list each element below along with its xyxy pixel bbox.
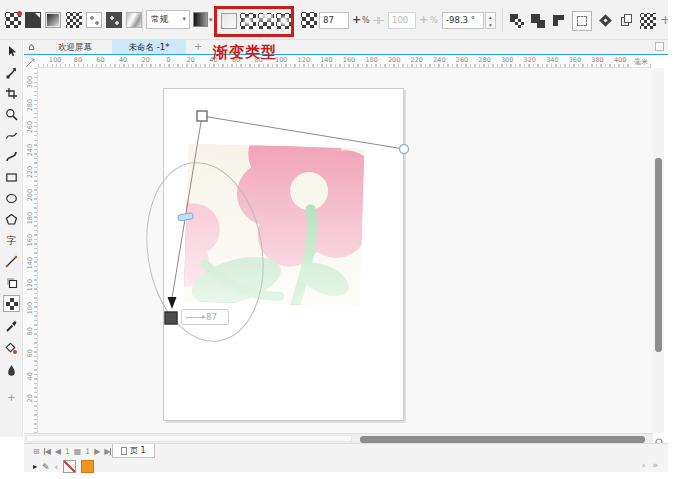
- drop-shadow-tool[interactable]: [3, 274, 20, 291]
- page-icon: [121, 447, 127, 455]
- previous-page-button[interactable]: ◀: [55, 448, 61, 456]
- ruler-number: 160: [338, 56, 361, 64]
- page-icon: [624, 14, 632, 23]
- transparency-stepper-icon[interactable]: +: [352, 13, 361, 26]
- ruler-number: 200: [383, 56, 406, 64]
- outline-no-fill-swatch[interactable]: [63, 460, 76, 473]
- separator: [502, 8, 503, 32]
- fill-rotation-input[interactable]: -98.3 °: [442, 12, 484, 29]
- gradient-preview-swatch[interactable]: [193, 12, 208, 27]
- status-bar-more-chevrons[interactable]: › »: [642, 460, 660, 470]
- color-eyedropper-tool[interactable]: [3, 318, 20, 335]
- crop-tool[interactable]: [3, 85, 20, 102]
- interactive-fill-tool[interactable]: [3, 295, 20, 312]
- ruler-number: 240: [428, 56, 451, 64]
- attributes-eyedropper-tool[interactable]: [3, 362, 20, 379]
- gradient-edge-node[interactable]: [400, 145, 409, 154]
- fill-style-dropdown[interactable]: 常规 ▾: [146, 10, 190, 29]
- texture-fill-icon[interactable]: [126, 12, 142, 28]
- freehand-tool[interactable]: [3, 127, 20, 144]
- edit-fill-icon[interactable]: [5, 12, 21, 28]
- position-stepper-icon: +: [419, 13, 428, 26]
- zoom-to-fit-button[interactable]: [654, 433, 667, 443]
- pattern-fill-icon[interactable]: [66, 12, 82, 28]
- home-icon[interactable]: ⌂: [28, 41, 34, 52]
- slider-knob: [377, 17, 380, 24]
- ruler-number: 120: [293, 56, 316, 64]
- add-tool-button[interactable]: +: [3, 389, 20, 406]
- tab-bar-options-icon[interactable]: [655, 42, 664, 51]
- spinner-down-icon[interactable]: ▾: [486, 21, 495, 29]
- eyedropper-icon: [5, 320, 18, 333]
- page-selector-icon[interactable]: ▦: [74, 448, 82, 456]
- new-document-tab-button[interactable]: +: [194, 41, 202, 52]
- page-1-tab[interactable]: 页 1: [112, 444, 155, 458]
- gradient-start-node[interactable]: [197, 111, 207, 121]
- eyedropper-icon[interactable]: ✎: [42, 462, 50, 472]
- copy-fill-icon[interactable]: [619, 13, 635, 29]
- horizontal-scrollbar-thumb[interactable]: [360, 436, 645, 443]
- first-page-button[interactable]: ◀: [44, 448, 51, 456]
- node-color-icon[interactable]: [301, 12, 317, 28]
- ruler-number: 260: [451, 56, 474, 64]
- annotation-highlight-box: [214, 6, 294, 37]
- repeat-mirror-icon[interactable]: [530, 13, 546, 29]
- next-page-button[interactable]: ▶: [94, 448, 100, 456]
- chevron-down-icon[interactable]: ▾: [209, 16, 213, 24]
- rectangle-tool[interactable]: [3, 169, 20, 186]
- vertical-ruler[interactable]: 3002802602402202001801601401201008060402…: [24, 68, 38, 433]
- text-tool[interactable]: 字: [3, 232, 20, 249]
- window-margin: [668, 0, 680, 479]
- object-properties-arrow-icon[interactable]: ▸: [33, 462, 37, 471]
- reverse-fill-icon[interactable]: [509, 13, 525, 29]
- smart-fill-tool[interactable]: [3, 340, 20, 357]
- add-page-icon[interactable]: ⊞: [33, 448, 40, 456]
- parallel-dimension-tool[interactable]: [3, 253, 20, 270]
- node-position-input[interactable]: 100: [388, 12, 416, 29]
- vertical-scrollbar[interactable]: [653, 68, 664, 433]
- artistic-media-tool[interactable]: [3, 148, 20, 165]
- ruler-numbers: 1008060402002040608010012014016018020022…: [44, 56, 654, 64]
- last-page-button[interactable]: ▶: [104, 448, 111, 456]
- dimension-line-icon: [5, 255, 18, 268]
- horizontal-ruler[interactable]: 1008060402002040608010012014016018020022…: [38, 55, 652, 68]
- tab-label: 未命名 -1*: [129, 42, 170, 52]
- gradient-end-node[interactable]: [165, 312, 177, 324]
- percent-label: %: [430, 16, 438, 25]
- rotation-spinner[interactable]: ▴ ▾: [485, 12, 496, 29]
- arrowhead-icon: [168, 297, 177, 309]
- ruler-number: 100: [44, 56, 67, 64]
- diamond-icon: [599, 14, 612, 27]
- first-page-icon: ◀: [45, 448, 51, 456]
- pick-tool[interactable]: [3, 43, 20, 60]
- toolbox: 字 +: [0, 40, 23, 437]
- vertical-scrollbar-thumb[interactable]: [655, 158, 662, 352]
- drawing-canvas[interactable]: 87: [38, 68, 653, 433]
- ruler-number: 400: [609, 56, 632, 64]
- free-scale-skew-button[interactable]: [572, 11, 592, 31]
- smooth-icon[interactable]: [598, 13, 614, 29]
- spinner-up-icon[interactable]: ▴: [486, 13, 495, 21]
- brush-stroke-icon: [5, 150, 18, 163]
- wrap-fill-icon[interactable]: [640, 13, 656, 29]
- shape-edit-icon: [5, 66, 18, 79]
- ruler-origin-corner[interactable]: [24, 55, 38, 68]
- fountain-fill-icon[interactable]: [45, 12, 61, 28]
- ellipse-tool[interactable]: [3, 190, 20, 207]
- horizontal-scrollbar[interactable]: [24, 433, 653, 443]
- polygon-tool[interactable]: [3, 211, 20, 228]
- ruler-ticks: [34, 68, 37, 433]
- fill-color-swatch[interactable]: [81, 460, 94, 473]
- tab-welcome-screen[interactable]: 欢迎屏幕: [40, 40, 110, 54]
- bitmap-pattern-fill-icon[interactable]: [106, 12, 122, 28]
- gradient-midpoint-slider[interactable]: [178, 213, 194, 222]
- ruler-number: 60: [89, 56, 112, 64]
- vector-pattern-fill-icon[interactable]: [86, 12, 102, 28]
- tab-untitled-document[interactable]: 未命名 -1*: [112, 40, 186, 54]
- shape-tool[interactable]: [3, 64, 20, 81]
- edge-pad-icon[interactable]: [551, 13, 567, 29]
- fold-icon: [35, 13, 40, 18]
- zoom-tool[interactable]: [3, 106, 20, 123]
- uniform-fill-icon[interactable]: [25, 12, 41, 28]
- node-transparency-input[interactable]: 87: [319, 12, 349, 29]
